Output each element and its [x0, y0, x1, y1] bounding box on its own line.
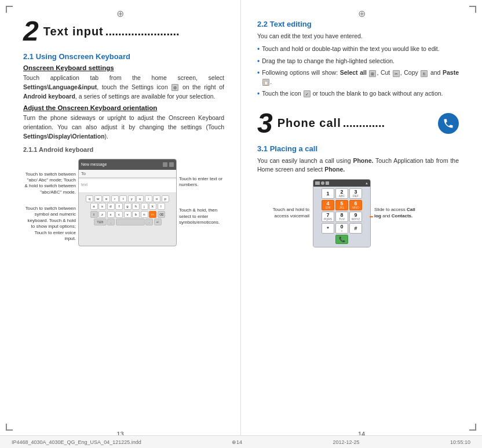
placing-call-text: You can easily launch a call using Phone…: [257, 156, 459, 175]
empty-key: [349, 235, 362, 243]
key-3-letters: DEF: [353, 195, 359, 198]
key-s: s: [98, 203, 106, 210]
cut-icon: ✂: [393, 70, 400, 77]
chapter-3-dots: .............: [343, 116, 385, 129]
key-5-letters: JKL: [339, 206, 345, 209]
dialpad-key-1: 1: [322, 188, 334, 199]
kb-topbar-label: New message: [81, 162, 107, 166]
bullet-3-text: Following options will show: Select all …: [262, 68, 459, 87]
section-3-1-heading: 3.1 Placing a call: [257, 144, 459, 153]
kb-row-2: a s d f g h j k l: [80, 203, 175, 210]
bullet-dot-3: •: [257, 68, 260, 78]
key-v: v: [124, 211, 132, 218]
key-a: a: [90, 203, 98, 210]
kb-topbar: New message: [79, 159, 176, 170]
phone-mockup: ▲ 1 2 ABC 3 DEF: [313, 179, 371, 247]
key-w: w: [94, 195, 102, 202]
bullet-2: • Drag the tap to change the high-lighte…: [257, 57, 459, 67]
corner-mark-br: [469, 424, 476, 431]
dialpad-row-5: 📞: [316, 235, 368, 244]
kb-message-area: text: [79, 179, 176, 193]
key-t: t: [119, 195, 127, 202]
dialpad-key-5: 5 JKL: [335, 200, 348, 210]
key-x: x: [107, 211, 115, 218]
keyboard-mockup: New message To text q w e: [78, 159, 177, 247]
arrow-line: [370, 216, 373, 217]
kb-rows: q w e r t y u i o p a s d: [79, 194, 176, 228]
kb-topbar-icons: [163, 162, 174, 167]
kb-row-3: ⇧ z x c v b n m ⌫: [80, 211, 175, 218]
dialpad-key-7: 7 PQRS: [322, 212, 334, 222]
kb-icon-1: [163, 162, 167, 167]
page-spread: ⊕ 2 Text input ....................... 2…: [0, 0, 482, 448]
key-8-letters: TUV: [339, 218, 345, 221]
bullet-dot-4: •: [257, 89, 260, 99]
section-2-2-heading: 2.2 Text editing: [257, 20, 459, 28]
phone-label-left: Touch and hold toaccess voicemail: [257, 207, 309, 220]
search-key: [322, 235, 334, 243]
chapter-3-heading: 3 Phone call .............: [257, 110, 459, 137]
corner-mark-tr: [469, 6, 476, 13]
check-icon: ✓: [304, 90, 311, 97]
kb-to-label: To: [81, 171, 86, 176]
keyboard-diagram-area: Touch to switch between "abc/ Abc" mode;…: [23, 159, 224, 247]
chapter-2-dots: .......................: [105, 25, 180, 38]
subsection-onscreen-settings: Onscreen Keyboard settings: [23, 64, 224, 71]
dialpad-row-1: 1 2 ABC 3 DEF: [316, 188, 368, 199]
status-icon-3: [326, 181, 329, 185]
label-enter-text: Touch to enter text or numbers.: [179, 176, 223, 188]
status-icon-1: [315, 181, 320, 185]
footer-page: ⊕14: [232, 439, 242, 445]
kb-icon-2: [169, 162, 174, 167]
bullet-dot-2: •: [257, 57, 260, 67]
dialpad-key-6: 6 MNO: [349, 200, 362, 210]
bullet-4: • Touch the icon ✓ or touch the blank to…: [257, 89, 459, 99]
chapter-2-title: Text input: [43, 25, 104, 38]
dialpad-key-9: 9 WXYZ: [349, 212, 362, 222]
call-icon: 📞: [339, 236, 345, 242]
right-page: ⊕ 2.2 Text editing You can edit the text…: [241, 0, 482, 448]
status-icon-2: [321, 181, 324, 185]
key-comma: ,: [107, 218, 115, 225]
chapter-2-heading: 2 Text input .......................: [23, 17, 224, 45]
dialpad-key-8: 8 TUV: [335, 212, 348, 222]
key-f: f: [115, 203, 123, 210]
adjust-orientation-text: Turn the phone sideways or upright to ad…: [23, 114, 224, 141]
settings-icon-inline: ⚙: [171, 84, 178, 91]
dialpad-key-2: 2 ABC: [335, 188, 348, 199]
dialpad-row-2: 4 GHI 5 JKL 6 MNO: [316, 200, 368, 210]
footer-time: 10:55:10: [450, 439, 470, 445]
key-backspace: ⌫: [158, 211, 165, 218]
key-b: b: [132, 211, 140, 218]
phone-call-icon: [438, 113, 459, 134]
key-4-letters: GHI: [326, 206, 331, 209]
key-o: o: [153, 195, 160, 202]
bottom-bar: IP4468_4030A_4030E_QG_Eng_USA_04_121225.…: [0, 435, 482, 448]
phone-dialpad: 1 2 ABC 3 DEF 4: [313, 187, 370, 247]
phone-topbar-right: ▲: [365, 181, 368, 185]
dialpad-key-4: 4 GHI: [322, 200, 334, 210]
keyboard-labels-right: Touch to enter text or numbers. Touch & …: [177, 159, 223, 247]
key-z: z: [98, 211, 106, 218]
key-1-num: 1: [326, 191, 329, 196]
subsection-adjust-orientation: Adjust the Onscreen Keyboard orientation: [23, 104, 224, 111]
kb-row-4: ?123 , . ↵: [80, 218, 175, 225]
bullet-1-text: Touch and hold or double-tap within the …: [262, 45, 439, 54]
crosshair-top: ⊕: [116, 8, 124, 19]
dialpad-key-hash: #: [349, 223, 362, 234]
bullet-2-text: Drag the tap to change the high-lighted …: [262, 57, 395, 66]
bullet-3: • Following options will show: Select al…: [257, 68, 459, 87]
key-k: k: [149, 203, 156, 210]
key-y: y: [128, 195, 136, 202]
key-hash-num: #: [354, 226, 357, 231]
key-num: ?123: [94, 218, 107, 225]
dialpad-row-4: * 0 + #: [316, 223, 368, 234]
phone-status-icons: [315, 181, 329, 185]
key-i: i: [145, 195, 152, 202]
phone-topbar: ▲: [313, 180, 370, 187]
corner-mark-tl: [6, 6, 13, 13]
key-j: j: [141, 203, 148, 210]
key-h: h: [132, 203, 140, 210]
key-6-letters: MNO: [352, 206, 359, 209]
dialpad-key-star: *: [322, 223, 334, 234]
